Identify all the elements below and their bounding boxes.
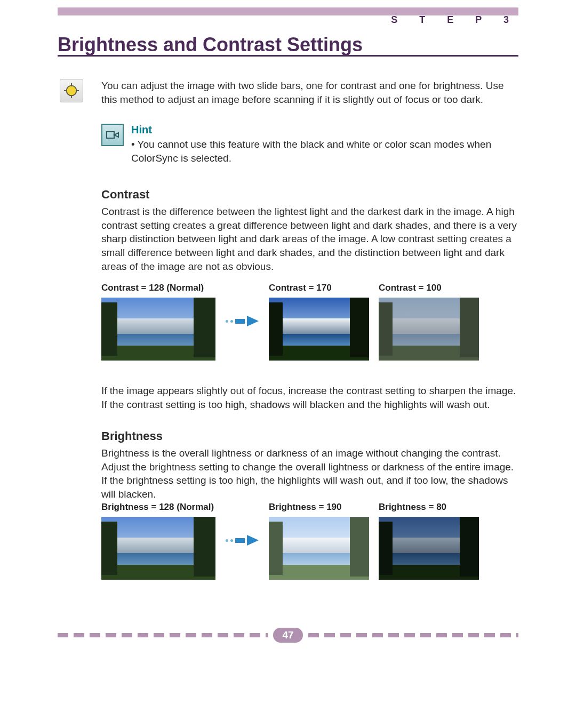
contrast-body: Contrast is the difference between the l… [101, 205, 518, 273]
svg-rect-4 [76, 90, 79, 91]
sample-image-contrast-low [379, 298, 479, 361]
arrow-icon [225, 502, 259, 546]
caption-contrast-normal: Contrast = 128 (Normal) [101, 283, 215, 293]
hint-heading: Hint [131, 124, 518, 136]
title-rule [58, 55, 518, 57]
svg-marker-6 [114, 133, 118, 137]
caption-brightness-high: Brightness = 190 [269, 502, 369, 513]
page-title: Brightness and Contrast Settings [58, 34, 518, 56]
caption-brightness-normal: Brightness = 128 (Normal) [101, 502, 215, 513]
page-number: 47 [273, 628, 303, 643]
caption-brightness-low: Brightness = 80 [379, 502, 479, 513]
step-label: S T E P 3 [391, 14, 518, 26]
caption-contrast-high: Contrast = 170 [269, 283, 369, 293]
contrast-note: If the image appears slightly out of foc… [101, 384, 518, 411]
svg-point-0 [67, 86, 77, 96]
footer-dash-right [308, 633, 518, 637]
brightness-contrast-icon [60, 79, 83, 102]
svg-rect-2 [71, 95, 72, 98]
contrast-heading: Contrast [101, 188, 518, 202]
svg-rect-1 [71, 83, 72, 86]
sample-image-brightness-high [269, 517, 369, 580]
sample-image-brightness-normal [101, 517, 215, 580]
caption-contrast-low: Contrast = 100 [379, 283, 479, 293]
brightness-heading: Brightness [101, 429, 518, 443]
svg-rect-3 [64, 90, 67, 91]
sample-image-contrast-high [269, 298, 369, 361]
sample-image-brightness-low [379, 517, 479, 580]
footer-dash-left [58, 633, 268, 637]
hint-body: • You cannot use this feature with the b… [131, 138, 518, 165]
hint-icon [101, 124, 124, 146]
intro-paragraph: You can adjust the image with two slide … [101, 79, 518, 106]
arrow-icon [225, 283, 259, 326]
sample-image-contrast-normal [101, 298, 215, 361]
brightness-body: Brightness is the overall lightness or d… [101, 446, 518, 501]
